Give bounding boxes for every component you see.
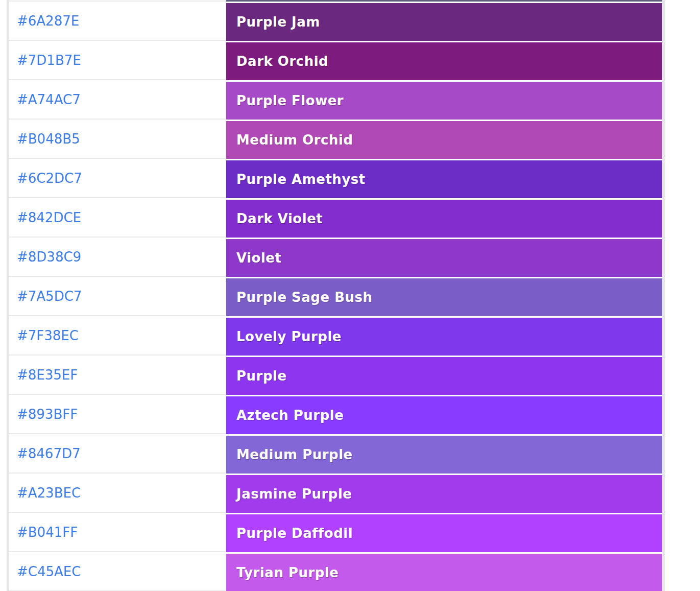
hex-code-link[interactable]: #8467D7 bbox=[17, 446, 81, 461]
color-row: #7A5DC7 Purple Sage Bush bbox=[9, 277, 662, 316]
color-swatch: Purple Amethyst bbox=[226, 160, 662, 198]
color-row: #A23BEC Jasmine Purple bbox=[9, 474, 662, 513]
hex-code-link[interactable]: #B041FF bbox=[17, 525, 78, 540]
swatch-cell: Purple Sage Bush bbox=[226, 277, 662, 316]
color-swatch: Purple bbox=[226, 357, 662, 395]
swatch-cell: Jasmine Purple bbox=[226, 474, 662, 513]
color-swatch: Jasmine Purple bbox=[226, 475, 662, 513]
swatch-cell: Violet bbox=[226, 238, 662, 277]
hex-cell: #B048B5 bbox=[9, 120, 226, 159]
color-row: #C45AEC Tyrian Purple bbox=[9, 552, 662, 591]
color-swatch: Tyrian Purple bbox=[226, 554, 662, 591]
hex-cell: #6C2DC7 bbox=[9, 159, 226, 198]
hex-code-link[interactable]: #7D1B7E bbox=[17, 53, 81, 68]
color-name-label: Dark Violet bbox=[236, 211, 323, 226]
hex-cell: #8467D7 bbox=[9, 434, 226, 474]
swatch-cell: Purple Jam bbox=[226, 2, 662, 41]
color-row: #A74AC7 Purple Flower bbox=[9, 80, 662, 120]
hex-cell: #C45AEC bbox=[9, 552, 226, 591]
color-swatch: Purple Daffodil bbox=[226, 514, 662, 552]
color-swatch: Lovely Purple bbox=[226, 318, 662, 356]
color-chart-table: #6A287E Purple Jam #7D1B7E Dark Orchid #… bbox=[7, 0, 665, 591]
hex-code-link[interactable]: #8E35EF bbox=[17, 367, 78, 383]
hex-cell: #6A287E bbox=[9, 2, 226, 41]
hex-code-link[interactable]: #7F38EC bbox=[17, 328, 79, 343]
color-name-label: Aztech Purple bbox=[236, 408, 344, 423]
color-name-label: Medium Orchid bbox=[236, 132, 353, 148]
hex-cell: #A23BEC bbox=[9, 474, 226, 513]
hex-cell: #7A5DC7 bbox=[9, 277, 226, 316]
color-row: #893BFF Aztech Purple bbox=[9, 395, 662, 434]
page-viewport: #6A287E Purple Jam #7D1B7E Dark Orchid #… bbox=[0, 0, 700, 591]
color-swatch: Purple Sage Bush bbox=[226, 278, 662, 316]
color-name-label: Dark Orchid bbox=[236, 54, 328, 69]
hex-code-link[interactable]: #A23BEC bbox=[17, 485, 81, 501]
color-name-label: Purple Amethyst bbox=[236, 172, 366, 187]
hex-cell: #842DCE bbox=[9, 198, 226, 238]
color-row: #B041FF Purple Daffodil bbox=[9, 513, 662, 552]
color-swatch: Purple Flower bbox=[226, 82, 662, 120]
hex-code-link[interactable]: #893BFF bbox=[17, 407, 78, 422]
swatch-cell: Tyrian Purple bbox=[226, 552, 662, 591]
color-row: #6A287E Purple Jam bbox=[9, 2, 662, 41]
color-name-label: Purple Flower bbox=[236, 93, 344, 108]
swatch-cell: Purple Amethyst bbox=[226, 159, 662, 198]
color-row: #842DCE Dark Violet bbox=[9, 198, 662, 238]
hex-code-link[interactable]: #6A287E bbox=[17, 13, 79, 29]
hex-code-link[interactable]: #A74AC7 bbox=[17, 92, 81, 107]
color-row: #7D1B7E Dark Orchid bbox=[9, 41, 662, 80]
color-row: #7F38EC Lovely Purple bbox=[9, 316, 662, 356]
color-row: #8E35EF Purple bbox=[9, 356, 662, 395]
color-name-label: Jasmine Purple bbox=[236, 486, 352, 502]
color-swatch: Violet bbox=[226, 239, 662, 277]
color-row: #8D38C9 Violet bbox=[9, 238, 662, 277]
hex-code-link[interactable]: #8D38C9 bbox=[17, 249, 81, 265]
color-name-label: Purple Daffodil bbox=[236, 526, 353, 541]
hex-cell: #8D38C9 bbox=[9, 238, 226, 277]
color-row: #8467D7 Medium Purple bbox=[9, 434, 662, 474]
swatch-cell: Medium Purple bbox=[226, 434, 662, 474]
swatch-cell: Aztech Purple bbox=[226, 395, 662, 434]
hex-code-link[interactable]: #C45AEC bbox=[17, 564, 81, 579]
color-swatch: Medium Purple bbox=[226, 436, 662, 474]
color-name-label: Medium Purple bbox=[236, 447, 353, 462]
hex-code-link[interactable]: #B048B5 bbox=[17, 131, 80, 147]
swatch-cell: Medium Orchid bbox=[226, 120, 662, 159]
hex-cell: #8E35EF bbox=[9, 356, 226, 395]
hex-code-link[interactable]: #6C2DC7 bbox=[17, 171, 82, 186]
swatch-cell: Dark Violet bbox=[226, 198, 662, 238]
swatch-cell: Purple Daffodil bbox=[226, 513, 662, 552]
color-swatch: Medium Orchid bbox=[226, 121, 662, 159]
swatch-cell: Dark Orchid bbox=[226, 41, 662, 80]
color-name-label: Purple Sage Bush bbox=[236, 290, 372, 305]
color-swatch: Dark Orchid bbox=[226, 42, 662, 80]
hex-cell: #7F38EC bbox=[9, 316, 226, 356]
swatch-cell: Purple bbox=[226, 356, 662, 395]
swatch-cell: Purple Flower bbox=[226, 80, 662, 120]
hex-code-link[interactable]: #7A5DC7 bbox=[17, 289, 82, 304]
hex-cell: #7D1B7E bbox=[9, 41, 226, 80]
color-name-label: Purple bbox=[236, 368, 287, 384]
hex-code-link[interactable]: #842DCE bbox=[17, 210, 81, 225]
color-swatch: Aztech Purple bbox=[226, 396, 662, 434]
color-name-label: Purple Jam bbox=[236, 14, 320, 30]
color-row: #B048B5 Medium Orchid bbox=[9, 120, 662, 159]
color-name-label: Tyrian Purple bbox=[236, 565, 339, 580]
color-row: #6C2DC7 Purple Amethyst bbox=[9, 159, 662, 198]
color-name-label: Violet bbox=[236, 250, 281, 266]
hex-cell: #893BFF bbox=[9, 395, 226, 434]
color-name-label: Lovely Purple bbox=[236, 329, 342, 344]
hex-cell: #B041FF bbox=[9, 513, 226, 552]
hex-cell: #A74AC7 bbox=[9, 80, 226, 120]
swatch-cell: Lovely Purple bbox=[226, 316, 662, 356]
color-swatch: Dark Violet bbox=[226, 200, 662, 238]
color-swatch: Purple Jam bbox=[226, 3, 662, 41]
